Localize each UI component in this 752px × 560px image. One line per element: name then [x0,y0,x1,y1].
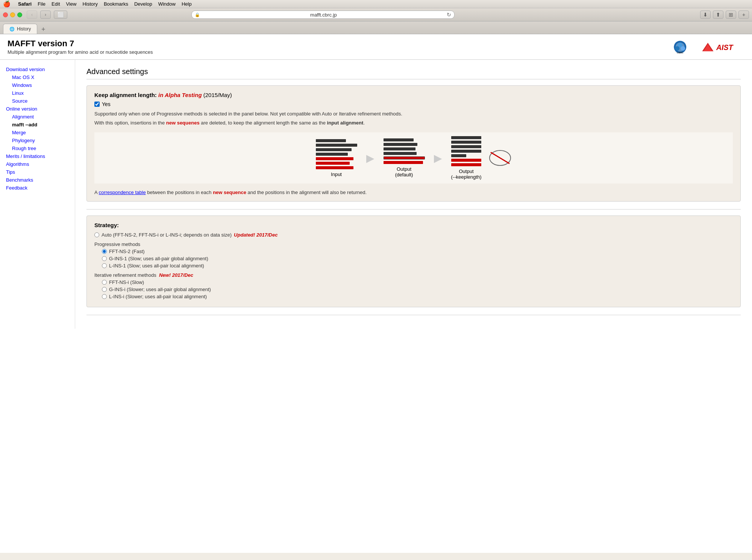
keeplength-title: Keep alignment length: in Alpha Testing … [94,92,733,98]
sidebar-link-download[interactable]: Download version [6,66,75,73]
svg-point-3 [681,46,685,50]
desc2-highlight: new sequenes [166,120,200,126]
favicon: 🌐 [9,27,15,32]
g-ins1-radio[interactable] [102,256,107,261]
fft-ns-i-option: FFT-NS-i (Slow) [102,279,733,285]
back-button[interactable]: ‹ [27,11,37,19]
desc2-end: . [363,120,365,126]
tab-bar: 🌐 History + [0,21,752,34]
iterative-options: FFT-NS-i (Slow) G-INS-i (Slower; uses al… [94,279,733,299]
progressive-header: Progressive methods [94,241,733,247]
share-button[interactable]: ⬆ [713,11,723,19]
address-bar[interactable]: 🔒 mafft.cbrc.jp ↻ [191,11,455,19]
menu-edit[interactable]: Edit [52,1,60,7]
out-seq-red-1 [384,156,425,159]
page-wrapper: MAFFT version 7 Multiple alignment progr… [0,34,752,553]
sidebar-link-tips[interactable]: Tips [6,168,75,176]
aist-logo: AIST [699,39,744,55]
seq-line-red-3 [316,166,353,169]
strategy-section: Strategy: Auto (FFT-NS-2, FFT-NS-i or L-… [86,216,741,307]
keeplength-section: Keep alignment length: in Alpha Testing … [86,85,741,202]
menu-view[interactable]: View [66,1,77,7]
sidebar-link-merge[interactable]: Merge [12,129,75,136]
fft-ns2-option: FFT-NS-2 (Fast) [102,249,733,254]
input-panel: Input [316,139,357,177]
lock-icon: 🔒 [195,12,200,17]
keep-seq-3 [451,145,481,148]
svg-text:AIST: AIST [716,43,734,51]
add-button[interactable]: + [738,11,749,19]
svg-text:CBRC: CBRC [677,52,684,54]
sidebar-link-benchmarks[interactable]: Benchmarks [6,176,75,184]
sidebar-link-rough-tree[interactable]: Rough tree [12,145,75,152]
section-divider [86,209,741,209]
sidebar-link-online[interactable]: Online version [6,105,75,112]
l-ins-i-radio[interactable] [102,294,107,299]
keep-seq-4 [451,150,481,153]
output-keeplength-label: Output(--keeplength) [451,168,482,180]
correspondence-link[interactable]: correspondence table [99,190,146,195]
sidebar-link-algorithms[interactable]: Algorithms [6,161,75,168]
menu-bookmarks[interactable]: Bookmarks [104,1,128,7]
l-ins1-label: L-INS-1 (Slow; uses all-pair local align… [109,263,204,269]
sidebar-link-feedback[interactable]: Feedback [6,184,75,191]
yes-checkbox[interactable] [94,102,100,107]
output-keep-seqs [451,136,481,166]
arrow-1: ▶ [366,152,374,164]
apple-menu[interactable]: 🍎 [3,0,11,8]
sidebar-link-source[interactable]: Source [12,97,75,105]
download-button[interactable]: ⬇ [700,11,711,19]
site-title-block: MAFFT version 7 Multiple alignment progr… [8,39,153,55]
seq-line-1 [316,139,346,142]
browser-chrome: ‹ › ⬜ 🔒 mafft.cbrc.jp ↻ ⬇ ⬆ ⊞ + [0,8,752,21]
new-tab-button[interactable]: ⊞ [726,11,736,19]
menu-file[interactable]: File [38,1,45,7]
fft-ns2-label: FFT-NS-2 (Fast) [109,249,145,254]
zoom-button[interactable] [17,12,22,17]
auto-radio[interactable] [94,232,99,237]
sidebar-link-phylogeny[interactable]: Phylogeny [12,137,75,144]
sidebar-link-merits[interactable]: Merits / limitations [6,153,75,160]
menu-develop[interactable]: Develop [134,1,152,7]
seq-line-2 [316,144,357,147]
seq-line-red-1 [316,157,353,160]
g-ins1-label: G-INS-1 (Slow; uses all-pair global alig… [109,256,208,261]
active-tab[interactable]: 🌐 History [3,24,37,34]
auto-label: Auto (FFT-NS-2, FFT-NS-i or L-INS-i; dep… [102,232,232,238]
sidebar-link-alignment[interactable]: Alignment [12,113,75,120]
keep-seq-1 [451,136,481,139]
minimize-button[interactable] [10,12,15,17]
desc2-prefix: With this option, insertions in the [94,120,166,126]
main-content: Advanced settings Keep alignment length:… [75,60,752,329]
menu-safari[interactable]: Safari [18,1,32,7]
menu-window[interactable]: Window [158,1,176,7]
progressive-options: FFT-NS-2 (Fast) G-INS-1 (Slow; uses all-… [94,249,733,269]
l-ins1-radio[interactable] [102,263,107,268]
close-button[interactable] [3,12,8,17]
g-ins-i-radio[interactable] [102,287,107,292]
l-ins-i-label: L-INS-i (Slower; uses all-pair local ali… [109,294,207,299]
sidebar-link-linux[interactable]: Linux [12,90,75,97]
menu-history[interactable]: History [82,1,97,7]
new-tab-btn[interactable]: + [39,25,48,34]
forward-button[interactable]: › [40,11,51,19]
fft-ns2-radio[interactable] [102,249,107,254]
fft-ns-i-radio[interactable] [102,280,107,285]
menu-help[interactable]: Help [182,1,192,7]
iterative-header: Iterative refinement methods [94,272,156,278]
sidebar-link-windows[interactable]: Windows [12,82,75,89]
sidebar-toggle-button[interactable]: ⬜ [54,11,67,19]
sidebar-link-macos[interactable]: Mac OS X [12,74,75,81]
reload-button[interactable]: ↻ [447,12,451,18]
url-display: mafft.cbrc.jp [202,12,444,18]
sidebar-link-mafft-add[interactable]: mafft --add [12,121,75,128]
strategy-label: Strategy: [94,222,733,228]
site-subtitle: Multiple alignment program for amino aci… [8,49,153,55]
yes-checkbox-row: Yes [94,101,733,107]
tab-label: History [17,26,31,32]
new-badge: New! 2017/Dec [159,272,193,278]
desc2-bold: input alignment [327,120,364,126]
auto-option: Auto (FFT-NS-2, FFT-NS-i or L-INS-i; dep… [94,232,733,238]
svg-line-8 [491,152,509,164]
keep-seq-2 [451,141,481,144]
